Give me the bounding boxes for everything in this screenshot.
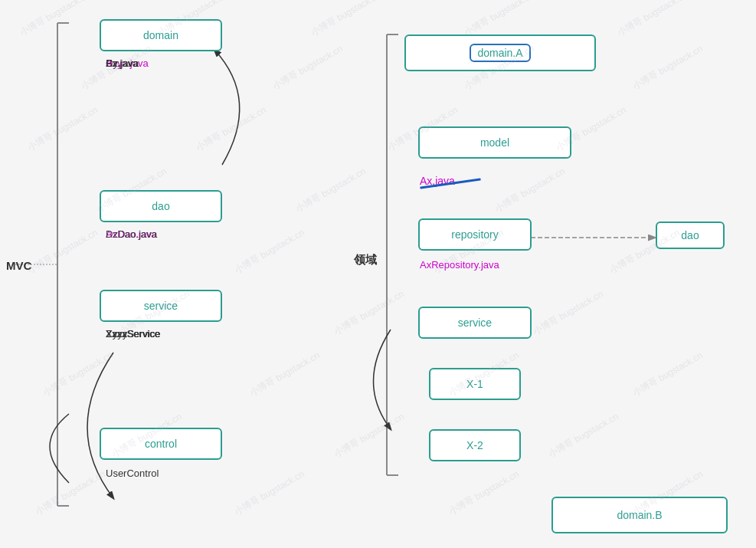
mvc-label: MVC xyxy=(6,259,31,272)
x2-box: X-2 xyxy=(429,429,521,461)
right-dao-box: dao xyxy=(656,221,725,249)
x2-label: X-2 xyxy=(466,439,483,451)
repository-label: repository xyxy=(451,228,498,241)
right-domain-a-box: domain.A xyxy=(404,34,596,71)
file-zzzz-service: ZzzzService xyxy=(106,328,160,340)
canvas: 小博哥 bugstack.cn 小博哥 bugstack.cn 小博哥 bugs… xyxy=(0,0,756,548)
ax-java-area: Ax.java xyxy=(420,175,455,187)
left-domain-box: domain xyxy=(100,19,222,51)
domain-area-label: 领域 xyxy=(354,253,377,267)
left-dao-box: dao xyxy=(100,190,222,222)
file-user-control: UserControl xyxy=(106,468,159,479)
arrows-svg xyxy=(0,0,756,548)
x1-label: X-1 xyxy=(466,378,483,390)
x1-box: X-1 xyxy=(429,368,521,400)
left-dao-label: dao xyxy=(152,200,169,212)
domain-b-label: domain.B xyxy=(617,509,662,521)
right-repository-box: repository xyxy=(418,218,532,251)
right-dao-label: dao xyxy=(681,229,699,241)
left-control-box: control xyxy=(100,428,222,460)
domain-a-label: domain.A xyxy=(470,44,530,62)
ax-repository: AxRepository.java xyxy=(420,259,499,271)
left-control-label: control xyxy=(145,438,177,450)
right-model-box: model xyxy=(418,126,571,159)
left-service-label: service xyxy=(144,300,178,312)
left-service-box: service xyxy=(100,290,222,322)
file-ez-java: Ez.java xyxy=(106,57,139,69)
model-label: model xyxy=(480,136,509,149)
left-domain-label: domain xyxy=(143,29,178,41)
watermark-layer: 小博哥 bugstack.cn 小博哥 bugstack.cn 小博哥 bugs… xyxy=(0,0,756,548)
right-service-label: service xyxy=(458,317,492,329)
right-domain-b-box: domain.B xyxy=(551,497,728,533)
right-service-box: service xyxy=(418,307,532,339)
file-dzdao: DzDao.java xyxy=(106,228,157,240)
